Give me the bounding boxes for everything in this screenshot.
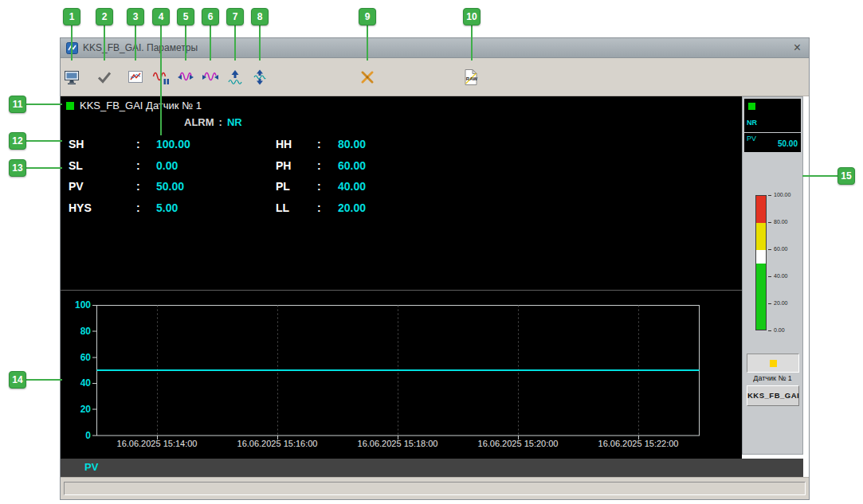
parameters-panel: KKS_FB_GAI Датчик № 1 ALRM:NR SH : 100.0… (61, 96, 742, 290)
faceplate-window: KKS_FB_GAI. Параметры × (60, 37, 810, 500)
gauge-tick-label: 20.00 (774, 300, 788, 307)
sidebar-panel: NR PV 50.00 100.00 80.0 (742, 96, 803, 455)
alarm-indicator-led (770, 360, 777, 367)
alarm-row: ALRM:NR (184, 116, 242, 128)
annotation-badge-15: 15 (838, 167, 855, 185)
x-tick: 16.06.2025 15:22:00 (579, 439, 698, 448)
alarm-label: ALRM (184, 116, 214, 128)
close-icon[interactable]: × (794, 41, 801, 55)
colon: : (317, 159, 321, 172)
colon: : (317, 138, 321, 150)
trend-plot (61, 291, 742, 459)
title-bar[interactable]: KKS_FB_GAI. Параметры × (61, 38, 809, 58)
colon: : (317, 180, 321, 193)
param-row: PV : 50.00 PL : 40.00 (61, 180, 742, 196)
wave-arrows-in-icon (177, 68, 194, 86)
gauge-zone-high-alarm (756, 196, 766, 223)
screenshot-button[interactable] (61, 66, 84, 88)
param-value-hh: 80.00 (338, 138, 366, 150)
colon: : (136, 180, 140, 193)
callout-line (160, 25, 162, 135)
annotation-badge-3: 3 (127, 8, 144, 25)
annotation-badge-1: 1 (63, 8, 80, 25)
gauge-tick (768, 303, 771, 304)
accept-button[interactable] (94, 66, 116, 88)
trend-pause-button[interactable] (151, 66, 173, 88)
param-label-sh: SH (69, 138, 84, 150)
trend-expand-button[interactable] (200, 66, 222, 88)
status-bar-field (64, 482, 806, 495)
colon: : (136, 201, 140, 214)
chart-export-button[interactable] (125, 66, 147, 88)
pv-value: 50.00 (778, 139, 798, 148)
gauge-tick (768, 276, 771, 277)
param-value-ph: 60.00 (338, 159, 366, 172)
param-value-pl: 40.00 (338, 180, 366, 193)
sensor-name: Датчик № 1 (743, 374, 802, 382)
y-tick: 60 (62, 352, 91, 363)
legend-strip: PV (61, 459, 803, 477)
y-tick: 100 (62, 299, 91, 311)
param-value-pv: 50.00 (156, 180, 184, 193)
arrow-up-icon (226, 68, 244, 86)
callout-line (26, 104, 62, 105)
callout-line (367, 25, 368, 61)
level-gauge: 100.00 80.00 60.00 40.00 20.00 0.00 (749, 191, 800, 334)
param-row: HYS : 5.00 LL : 20.00 (61, 201, 742, 217)
gauge-tick-label: 40.00 (774, 273, 788, 279)
annotation-badge-12: 12 (9, 132, 26, 150)
annotation-badge-5: 5 (177, 8, 194, 25)
raw-data-button[interactable]: RAW (461, 66, 483, 88)
scale-up-button[interactable] (225, 66, 247, 88)
gauge-tick-label: 80.00 (774, 219, 788, 225)
callout-line (71, 25, 73, 61)
status-led (66, 102, 74, 110)
tools-icon (359, 68, 376, 86)
gauge-zone-normal (756, 250, 766, 264)
legend-pv: PV (84, 461, 98, 473)
content-area: KKS_FB_GAI Датчик № 1 ALRM:NR SH : 100.0… (61, 96, 809, 477)
param-label-ph: PH (276, 159, 291, 172)
gauge-tick-label: 60.00 (774, 246, 788, 252)
autoscale-button[interactable] (249, 66, 272, 88)
annotation-badge-8: 8 (251, 8, 269, 25)
annotation-badge-6: 6 (202, 8, 219, 25)
callout-line (135, 25, 136, 61)
param-label-sl: SL (69, 159, 83, 172)
window-title: KKS_FB_GAI. Параметры (83, 42, 198, 53)
annotation-badge-13: 13 (9, 159, 26, 177)
x-tick: 16.06.2025 15:14:00 (97, 439, 217, 448)
param-value-ll: 20.00 (338, 201, 366, 214)
param-value-hys: 5.00 (156, 201, 178, 214)
colon: : (317, 201, 321, 214)
kks-tag-button[interactable]: KKS_FB_GAI (747, 385, 799, 406)
annotation-badge-2: 2 (96, 8, 113, 25)
toolbar: RAW (61, 58, 809, 96)
param-label-ll: LL (276, 201, 289, 214)
callout-line (234, 25, 236, 61)
settings-button[interactable] (357, 66, 379, 88)
callout-line (802, 175, 838, 177)
annotation-badge-4: 4 (152, 8, 170, 25)
tag-title: KKS_FB_GAI Датчик № 1 (80, 100, 202, 111)
status-led (748, 103, 755, 110)
check-icon (96, 68, 113, 86)
alarm-value: NR (227, 116, 242, 128)
y-tick: 20 (62, 404, 91, 415)
annotation-badge-14: 14 (9, 371, 26, 389)
gauge-tick (768, 249, 771, 250)
trend-compress-button[interactable] (175, 66, 198, 88)
callout-line (26, 379, 62, 381)
param-label-hh: HH (276, 138, 292, 150)
annotation-badge-9: 9 (359, 8, 376, 25)
annotation-badge-10: 10 (463, 8, 481, 25)
gauge-tick (768, 330, 771, 331)
callout-line (210, 25, 211, 61)
status-text: NR (747, 119, 757, 127)
callout-line (259, 25, 261, 61)
alarm-indicator-box (747, 354, 799, 373)
param-value-sl: 0.00 (156, 159, 178, 172)
raw-document-icon: RAW (462, 68, 480, 86)
param-row: SH : 100.00 HH : 80.00 (61, 138, 742, 154)
status-bar (61, 477, 809, 499)
